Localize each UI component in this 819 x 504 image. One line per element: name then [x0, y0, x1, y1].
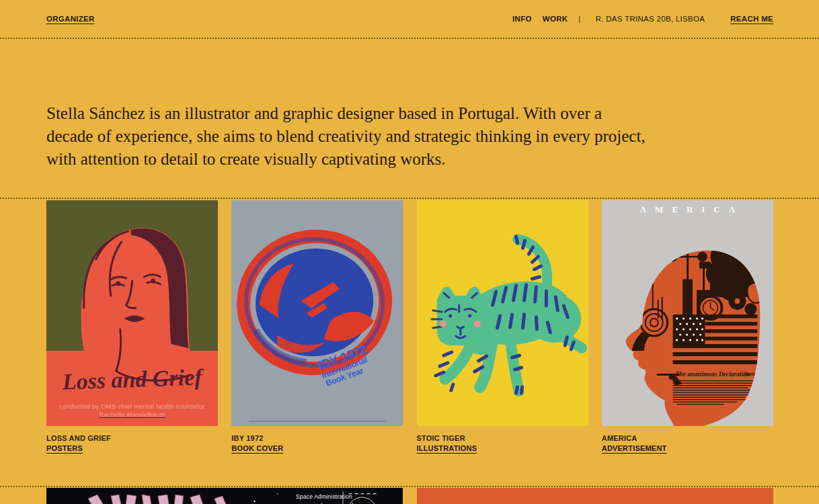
project-title: LOSS AND GRIEF [46, 433, 218, 444]
project-card-stoic-tiger: STOIC TIGER ILLUSTRATIONS [417, 200, 588, 454]
project-grid-row2: Space Administration [0, 487, 819, 504]
header-address: R. DAS TRINAS 20B, LISBOA [596, 15, 705, 23]
iby-poster-art [231, 200, 403, 426]
logo-organizer[interactable]: ORGANIZER [46, 15, 95, 23]
poster-image-loss-and-grief[interactable]: Loss and Grief conducted by OMS chief me… [46, 200, 218, 426]
project-title: STOIC TIGER [417, 433, 588, 444]
nav-item-work[interactable]: WORK [543, 15, 568, 23]
nav-item-info[interactable]: INFO [512, 15, 532, 23]
nav-divider: | [578, 15, 580, 23]
poster-image-stoic-tiger[interactable] [417, 200, 588, 426]
space-poster-art [46, 488, 403, 504]
america-poster-art: The unanimous Declaration States [602, 200, 773, 426]
project-card-america: The unanimous Declaration States [602, 200, 773, 454]
intro-line-3: with attention to detail to create visua… [46, 148, 773, 171]
intro-line-1: Stella Sánchez is an illustrator and gra… [46, 102, 773, 125]
poster-image-america[interactable]: The unanimous Declaration States [602, 200, 773, 426]
poster-image-space[interactable]: Space Administration [46, 488, 403, 504]
project-label: IBY 1972 BOOK COVER [231, 433, 403, 454]
project-category-link[interactable]: ILLUSTRATIONS [417, 444, 477, 454]
poster-image-orange[interactable] [417, 488, 774, 504]
declaration-heading: The unanimous Declaration [675, 371, 749, 378]
header: ORGANIZER INFO WORK | R. DAS TRINAS 20B,… [0, 0, 819, 39]
intro-line-2: decade of experience, she aims to blend … [46, 125, 773, 148]
project-title: IBY 1972 [231, 433, 403, 444]
intro-text: Stella Sánchez is an illustrator and gra… [0, 102, 819, 171]
project-label: LOSS AND GRIEF POSTERS [46, 433, 218, 454]
loss-and-grief-poster-art [46, 200, 218, 426]
header-nav: INFO WORK | R. DAS TRINAS 20B, LISBOA RE… [512, 15, 773, 23]
poster-image-iby-1972[interactable]: IBY 1972 International Book Year [231, 200, 403, 426]
project-card-loss-and-grief: Loss and Grief conducted by OMS chief me… [46, 200, 218, 454]
portfolio-page: ORGANIZER INFO WORK | R. DAS TRINAS 20B,… [0, 0, 819, 504]
reach-me-link[interactable]: REACH ME [730, 15, 773, 23]
project-label: STOIC TIGER ILLUSTRATIONS [417, 433, 588, 454]
project-card-iby-1972: IBY 1972 International Book Year IBY 197… [231, 200, 403, 454]
project-title: AMERICA [602, 433, 773, 444]
project-label: AMERICA ADVERTISEMENT [602, 433, 773, 454]
project-grid: Loss and Grief conducted by OMS chief me… [0, 199, 819, 454]
project-category-link[interactable]: BOOK COVER [231, 444, 283, 454]
project-category-link[interactable]: POSTERS [46, 444, 83, 454]
tiger-poster-art [417, 200, 588, 426]
orange-poster-art [417, 488, 774, 504]
project-category-link[interactable]: ADVERTISEMENT [602, 444, 667, 454]
